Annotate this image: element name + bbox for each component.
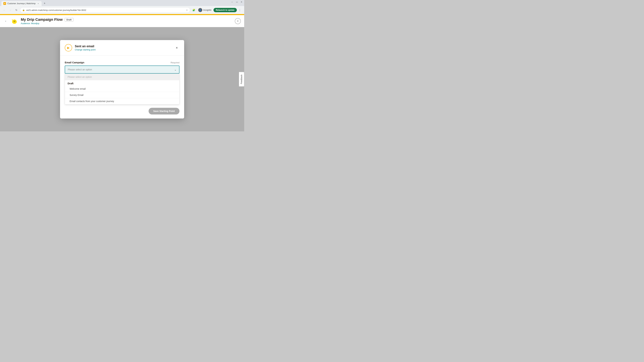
bookmark-icon[interactable]: ☆ [186,9,188,11]
address-bar-row: ← → ↻ 🔒 us21.admin.mailchimp.com/custome… [0,6,244,14]
email-campaign-select[interactable]: Please select an option ⌄ [65,65,180,73]
tab-favicon: M [3,2,6,5]
email-campaign-label: Email Campaign [65,61,84,64]
modal-header: ▶ Sent an email Change starting point × [60,40,184,56]
browser-actions: 🧩 👤 Incognito Relaunch to update ⋮ [192,8,242,12]
mailchimp-logo [11,17,18,25]
close-window-button[interactable]: ✕ [240,1,243,3]
app-header: ‹ My Drip Campaign Flow Draft Audience: … [0,15,244,27]
dropdown-group-draft: Draft [65,80,179,86]
browser-chrome: M Customer Journeys | Mailchimp × + ─ ▭ … [0,0,244,15]
header-close-button[interactable]: × [235,18,241,24]
select-chevron-icon: ⌄ [174,68,176,71]
browser-tab[interactable]: M Customer Journeys | Mailchimp × [1,1,42,6]
url-text: us21.admin.mailchimp.com/customer-journe… [26,9,184,11]
lock-icon: 🔒 [22,9,25,11]
extensions-button[interactable]: 🧩 [192,8,196,12]
incognito-area[interactable]: 👤 Incognito [197,8,213,12]
email-campaign-select-wrapper: Please select an option ⌄ Please select … [65,65,180,73]
modal-body: Email Campaign Required Please select an… [60,56,184,73]
svg-point-3 [15,21,15,21]
tab-bar: M Customer Journeys | Mailchimp × + ─ ▭ … [0,0,244,6]
forward-nav-button[interactable]: → [8,8,13,12]
dropdown-placeholder-option[interactable]: Please select an option [65,73,179,80]
minimize-button[interactable]: ─ [231,1,234,3]
modal-overlay: ▶ Sent an email Change starting point × … [0,27,244,131]
campaign-title: My Drip Campaign Flow Draft [21,17,232,22]
tab-close-icon[interactable]: × [37,2,40,5]
back-nav-button[interactable]: ← [2,8,7,12]
modal-title-area: Sent an email Change starting point [75,44,96,51]
svg-point-2 [14,21,14,21]
modal-play-icon: ▶ [65,44,72,51]
select-placeholder: Please select an option [68,68,174,71]
svg-point-4 [15,20,16,22]
tab-title: Customer Journeys | Mailchimp [8,2,36,5]
header-close-icon: × [237,19,238,23]
draft-badge: Draft [64,18,73,21]
update-notification-bar [0,14,244,15]
dropdown-option-survey-email[interactable]: Survey Email [65,92,179,98]
page-background: Feedback ▶ Sent an email Change starting… [0,27,244,131]
change-starting-point-link[interactable]: Change starting point [75,48,96,51]
app-title-area: My Drip Campaign Flow Draft Audience: Mo… [21,17,232,25]
refresh-nav-button[interactable]: ↻ [14,8,19,12]
audience-name: Moodjoy [31,22,39,25]
campaign-title-text: My Drip Campaign Flow [21,17,62,22]
modal-dialog: ▶ Sent an email Change starting point × … [60,40,184,118]
field-row: Email Campaign Required [65,61,180,64]
chrome-menu-button[interactable]: ⋮ [238,8,242,12]
modal-close-button[interactable]: × [174,45,180,50]
dropdown-menu: Please select an option Draft Welcome em… [65,73,180,104]
address-bar[interactable]: 🔒 us21.admin.mailchimp.com/customer-jour… [20,7,190,13]
modal-title: Sent an email [75,44,96,48]
required-label: Required [170,61,180,64]
save-starting-point-button[interactable]: Save Starting Point [148,108,180,114]
incognito-avatar: 👤 [198,8,202,12]
modal-footer: Save Starting Point [60,104,184,114]
dropdown-option-welcome-email[interactable]: Welcome email [65,86,179,92]
incognito-label: Incognito [203,9,212,11]
dropdown-option-email-contacts[interactable]: Email contacts from your customer journe… [65,98,179,104]
new-tab-button[interactable]: + [42,1,47,6]
audience-info: Audience: Moodjoy [21,22,232,25]
restore-button[interactable]: ▭ [236,1,238,3]
app-back-button[interactable]: ‹ [3,19,8,23]
audience-label: Audience: [21,22,30,25]
relaunch-button[interactable]: Relaunch to update [214,8,237,12]
app-content: ‹ My Drip Campaign Flow Draft Audience: … [0,15,244,131]
